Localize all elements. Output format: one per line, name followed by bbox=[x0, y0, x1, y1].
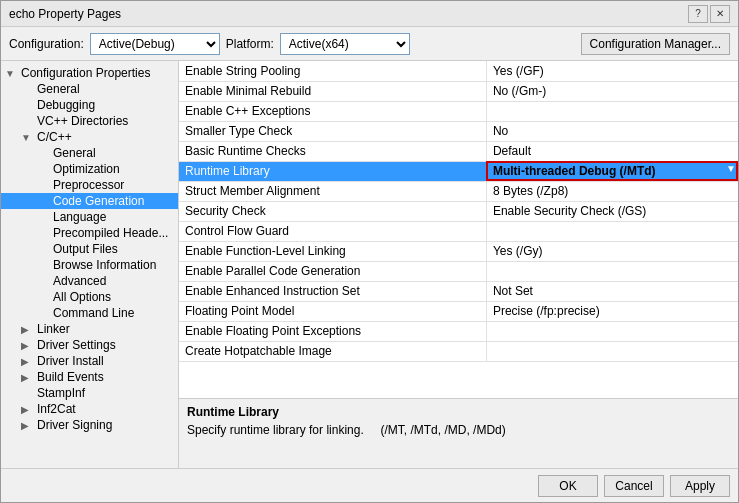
table-row[interactable]: Smaller Type Check No bbox=[179, 121, 738, 141]
sidebar-label: Browse Information bbox=[53, 258, 156, 272]
sidebar-label: General bbox=[37, 82, 80, 96]
expand-icon: ▶ bbox=[21, 324, 37, 335]
sidebar-item-browse-info[interactable]: Browse Information bbox=[1, 257, 178, 273]
sidebar-item-stampinf[interactable]: StampInf bbox=[1, 385, 178, 401]
close-button[interactable]: ✕ bbox=[710, 5, 730, 23]
window-controls: ? ✕ bbox=[688, 5, 730, 23]
prop-name: Create Hotpatchable Image bbox=[179, 341, 486, 361]
sidebar-label: Language bbox=[53, 210, 106, 224]
prop-value: Precise (/fp:precise) bbox=[486, 301, 738, 321]
sidebar-item-command-line[interactable]: Command Line bbox=[1, 305, 178, 321]
platform-label: Platform: bbox=[226, 37, 274, 51]
prop-name: Smaller Type Check bbox=[179, 121, 486, 141]
prop-value: No bbox=[486, 121, 738, 141]
prop-value: Enable Security Check (/GS) bbox=[486, 201, 738, 221]
sidebar-label: General bbox=[53, 146, 96, 160]
sidebar-label: StampInf bbox=[37, 386, 85, 400]
apply-button[interactable]: Apply bbox=[670, 475, 730, 497]
expand-icon: ▶ bbox=[21, 404, 37, 415]
property-table: Enable String Pooling Yes (/GF) Enable M… bbox=[179, 61, 738, 398]
main-content: ▼ Configuration Properties General Debug… bbox=[1, 61, 738, 468]
prop-name: Enable Function-Level Linking bbox=[179, 241, 486, 261]
prop-value bbox=[486, 221, 738, 241]
prop-name: Enable Minimal Rebuild bbox=[179, 81, 486, 101]
table-row[interactable]: Create Hotpatchable Image bbox=[179, 341, 738, 361]
bottom-bar: OK Cancel Apply bbox=[1, 468, 738, 502]
expand-icon: ▶ bbox=[21, 356, 37, 367]
sidebar-item-language[interactable]: Language bbox=[1, 209, 178, 225]
configuration-select[interactable]: Active(Debug) bbox=[90, 33, 220, 55]
info-options-text: (/MT, /MTd, /MD, /MDd) bbox=[380, 423, 505, 437]
sidebar-item-advanced[interactable]: Advanced bbox=[1, 273, 178, 289]
prop-name: Control Flow Guard bbox=[179, 221, 486, 241]
expand-icon: ▶ bbox=[21, 420, 37, 431]
sidebar-item-general[interactable]: General bbox=[1, 81, 178, 97]
table-row[interactable]: Basic Runtime Checks Default bbox=[179, 141, 738, 161]
sidebar-item-driver-settings[interactable]: ▶ Driver Settings bbox=[1, 337, 178, 353]
sidebar-item-config-props[interactable]: ▼ Configuration Properties bbox=[1, 65, 178, 81]
title-bar: echo Property Pages ? ✕ bbox=[1, 1, 738, 27]
prop-name: Security Check bbox=[179, 201, 486, 221]
sidebar-item-driver-install[interactable]: ▶ Driver Install bbox=[1, 353, 178, 369]
table-row[interactable]: Enable Function-Level Linking Yes (/Gy) bbox=[179, 241, 738, 261]
sidebar: ▼ Configuration Properties General Debug… bbox=[1, 61, 179, 468]
prop-name: Enable C++ Exceptions bbox=[179, 101, 486, 121]
sidebar-item-linker[interactable]: ▶ Linker bbox=[1, 321, 178, 337]
sidebar-label: Code Generation bbox=[53, 194, 144, 208]
prop-value: Multi-threaded Debug (/MTd) ▼ bbox=[486, 161, 738, 181]
table-row-runtime-library[interactable]: Runtime Library Multi-threaded Debug (/M… bbox=[179, 161, 738, 181]
table-row[interactable]: Struct Member Alignment 8 Bytes (/Zp8) bbox=[179, 181, 738, 201]
sidebar-label: C/C++ bbox=[37, 130, 72, 144]
config-label: Configuration: bbox=[9, 37, 84, 51]
sidebar-item-vc-dirs[interactable]: VC++ Directories bbox=[1, 113, 178, 129]
table-row[interactable]: Enable Enhanced Instruction Set Not Set bbox=[179, 281, 738, 301]
table-row[interactable]: Enable C++ Exceptions bbox=[179, 101, 738, 121]
sidebar-label: Inf2Cat bbox=[37, 402, 76, 416]
prop-value bbox=[486, 341, 738, 361]
sidebar-label: Configuration Properties bbox=[21, 66, 150, 80]
sidebar-label: Precompiled Heade... bbox=[53, 226, 168, 240]
sidebar-item-all-options[interactable]: All Options bbox=[1, 289, 178, 305]
table-row[interactable]: Floating Point Model Precise (/fp:precis… bbox=[179, 301, 738, 321]
table-row[interactable]: Enable Parallel Code Generation bbox=[179, 261, 738, 281]
sidebar-item-code-gen[interactable]: Code Generation bbox=[1, 193, 178, 209]
sidebar-item-optimization[interactable]: Optimization bbox=[1, 161, 178, 177]
sidebar-item-precompiled[interactable]: Precompiled Heade... bbox=[1, 225, 178, 241]
table-row[interactable]: Security Check Enable Security Check (/G… bbox=[179, 201, 738, 221]
sidebar-item-build-events[interactable]: ▶ Build Events bbox=[1, 369, 178, 385]
sidebar-item-cpp-general[interactable]: General bbox=[1, 145, 178, 161]
ok-button[interactable]: OK bbox=[538, 475, 598, 497]
properties-grid: Enable String Pooling Yes (/GF) Enable M… bbox=[179, 61, 738, 362]
cancel-button[interactable]: Cancel bbox=[604, 475, 664, 497]
prop-name: Floating Point Model bbox=[179, 301, 486, 321]
prop-name: Struct Member Alignment bbox=[179, 181, 486, 201]
sidebar-label: VC++ Directories bbox=[37, 114, 128, 128]
prop-value bbox=[486, 101, 738, 121]
configuration-manager-button[interactable]: Configuration Manager... bbox=[581, 33, 730, 55]
sidebar-item-inf2cat[interactable]: ▶ Inf2Cat bbox=[1, 401, 178, 417]
info-desc-text: Specify runtime library for linking. bbox=[187, 423, 364, 437]
prop-value: Yes (/Gy) bbox=[486, 241, 738, 261]
sidebar-label: Output Files bbox=[53, 242, 118, 256]
sidebar-item-cpp[interactable]: ▼ C/C++ bbox=[1, 129, 178, 145]
table-row-control-flow[interactable]: Control Flow Guard bbox=[179, 221, 738, 241]
table-row[interactable]: Enable String Pooling Yes (/GF) bbox=[179, 61, 738, 81]
sidebar-label: Driver Signing bbox=[37, 418, 112, 432]
sidebar-label: Linker bbox=[37, 322, 70, 336]
sidebar-label: Build Events bbox=[37, 370, 104, 384]
sidebar-item-debugging[interactable]: Debugging bbox=[1, 97, 178, 113]
table-row[interactable]: Enable Floating Point Exceptions bbox=[179, 321, 738, 341]
platform-select[interactable]: Active(x64) bbox=[280, 33, 410, 55]
prop-name: Enable Floating Point Exceptions bbox=[179, 321, 486, 341]
sidebar-item-preprocessor[interactable]: Preprocessor bbox=[1, 177, 178, 193]
sidebar-label: Driver Install bbox=[37, 354, 104, 368]
table-row[interactable]: Enable Minimal Rebuild No (/Gm-) bbox=[179, 81, 738, 101]
prop-value: Yes (/GF) bbox=[486, 61, 738, 81]
prop-name: Enable String Pooling bbox=[179, 61, 486, 81]
sidebar-label: Command Line bbox=[53, 306, 134, 320]
sidebar-item-output-files[interactable]: Output Files bbox=[1, 241, 178, 257]
sidebar-item-driver-signing[interactable]: ▶ Driver Signing bbox=[1, 417, 178, 433]
expand-icon: ▶ bbox=[21, 372, 37, 383]
prop-name: Enable Parallel Code Generation bbox=[179, 261, 486, 281]
help-button[interactable]: ? bbox=[688, 5, 708, 23]
